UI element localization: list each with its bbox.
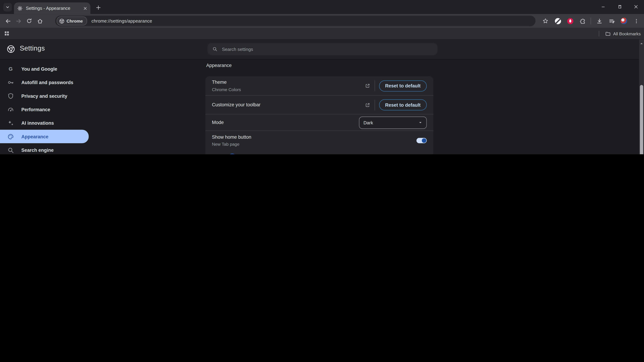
back-button[interactable] [2,15,13,26]
forward-button[interactable] [13,15,24,26]
settings-content: Appearance Theme Chrome Colors Reset to … [205,59,433,154]
page-scrollbar[interactable] [639,39,644,154]
sidebar-item-autofill[interactable]: Autofill and passwords [0,75,98,89]
customize-toolbar-label: Customize your toolbar [212,102,364,108]
theme-reset-button[interactable]: Reset to default [379,80,427,91]
external-link-icon [364,83,370,89]
sidebar-item-you-and-google[interactable]: G You and Google [0,62,98,75]
settings-sidebar: G You and Google Autofill and passwords … [0,59,98,154]
home-icon [37,18,43,24]
sidebar-item-search-engine[interactable]: Search engine [0,143,98,154]
row-separator [374,80,375,91]
sidebar-item-privacy[interactable]: Privacy and security [0,89,98,102]
title-bar: Settings - Appearance [0,0,644,14]
show-home-button-row[interactable]: Show home button New Tab page [205,130,433,150]
theme-value: Chrome Colors [212,86,360,92]
extension-red-button[interactable] [565,15,576,26]
apps-shortcut-button[interactable] [4,31,10,36]
extensions-button[interactable] [577,15,588,26]
toggle-knob [422,138,426,143]
palette-icon [7,133,14,140]
site-chip[interactable]: Chrome [57,16,87,25]
forward-arrow-icon [16,18,22,24]
red-drop-icon [567,18,573,24]
browser-menu-button[interactable] [631,15,642,26]
close-window-button[interactable] [628,0,644,13]
tab-close-icon[interactable] [83,6,87,10]
external-link-icon [364,102,370,108]
settings-title: Settings [20,44,45,52]
gear-favicon-icon [17,5,23,11]
mode-label: Mode [212,119,359,126]
mode-dropdown[interactable]: Dark [359,116,427,128]
browser-toolbar: Chrome chrome://settings/appearance [0,14,644,28]
google-g-icon: G [7,66,14,72]
bookmarks-separator [599,30,599,36]
minimize-button[interactable] [595,0,611,13]
circle-slash-icon [555,18,561,24]
toolbar-separator [590,18,591,24]
download-icon [596,18,602,24]
reading-list-button[interactable] [606,15,617,26]
browser-tab[interactable]: Settings - Appearance [14,2,90,14]
avatar-image [620,18,627,24]
site-chip-label: Chrome [66,18,83,23]
profile-avatar[interactable] [618,15,629,26]
puzzle-icon [579,18,586,24]
plus-icon [96,5,101,10]
sidebar-item-performance[interactable]: Performance [0,103,98,116]
folder-icon [605,30,611,36]
kebab-menu-icon [634,18,639,23]
mode-value: Dark [364,120,418,125]
theme-label: Theme [212,79,360,85]
toolbar-reset-button[interactable]: Reset to default [379,99,427,110]
new-tab-button[interactable] [94,3,103,12]
row-separator [374,99,375,110]
media-list-icon [608,18,614,24]
search-icon [212,46,217,52]
downloads-button[interactable] [594,15,604,26]
settings-search-input[interactable] [221,46,432,52]
url-text: chrome://settings/appearance [92,18,152,23]
star-icon [542,18,548,24]
home-button[interactable] [34,15,45,26]
chrome-logo-icon [59,18,64,23]
all-bookmarks-label: All Bookmarks [613,31,641,36]
new-tab-radio-row[interactable]: New Tab page [205,150,433,154]
all-bookmarks-button[interactable]: All Bookmarks [599,30,641,36]
mode-row: Mode Dark [205,114,433,130]
show-home-label: Show home button [212,134,412,140]
reload-button[interactable] [24,15,34,26]
window-controls [595,0,644,13]
bookmark-star-button[interactable] [540,15,551,26]
dropdown-caret-icon [418,121,422,124]
theme-row[interactable]: Theme Chrome Colors Reset to default [205,76,433,95]
sidebar-item-appearance[interactable]: Appearance [0,130,89,143]
settings-logo-icon [7,45,15,53]
toolbar-right-icons [540,14,642,28]
apps-grid-icon [4,31,10,36]
settings-search[interactable] [208,43,437,55]
back-arrow-icon [5,18,11,24]
shield-icon [7,92,14,99]
scrollbar-thumb[interactable] [640,85,643,154]
reload-icon [26,18,32,24]
chevron-down-icon [6,5,10,9]
chrome-window: Settings - Appearance [0,0,644,154]
scroll-up-icon[interactable] [640,42,643,45]
speedometer-icon [7,106,14,113]
restore-button[interactable] [611,0,628,13]
address-bar[interactable]: Chrome chrome://settings/appearance [55,15,536,26]
customize-toolbar-row[interactable]: Customize your toolbar Reset to default [205,95,433,114]
show-home-toggle[interactable] [416,138,427,143]
appearance-card: Theme Chrome Colors Reset to default Cus… [205,76,433,154]
tab-search-button[interactable] [3,3,12,11]
sparkle-icon [7,120,14,126]
show-home-sublabel: New Tab page [212,141,412,147]
tab-title: Settings - Appearance [26,6,84,11]
search-icon [7,147,14,153]
extension-adblock-button[interactable] [552,15,563,26]
new-tab-radio[interactable] [228,153,236,154]
sidebar-item-ai-innovations[interactable]: AI innovations [0,116,98,130]
settings-header: Settings [0,39,644,59]
